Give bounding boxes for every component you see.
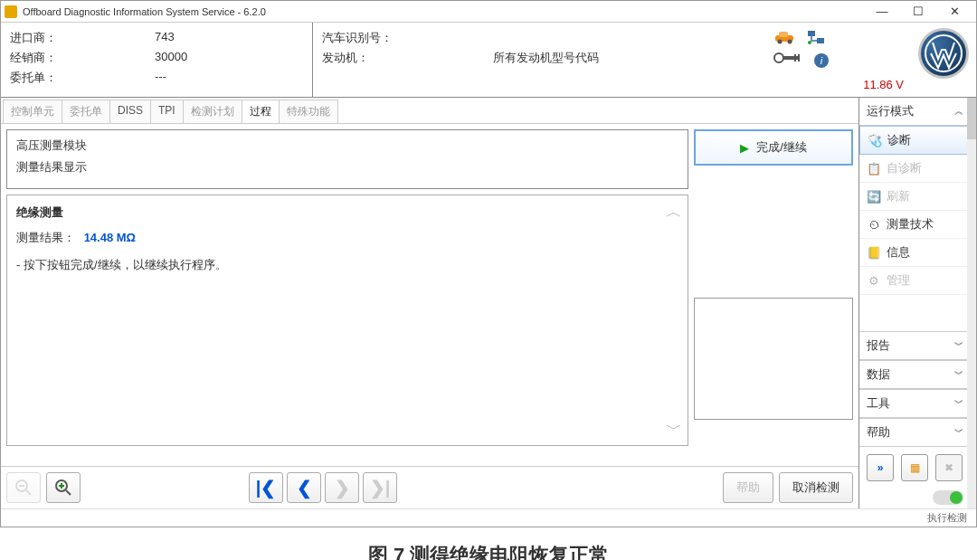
body-area: 控制单元 委托单 DISS TPI 检测计划 过程 特殊功能 高压测量模块 测量… bbox=[1, 98, 976, 508]
measurement-heading: 绝缘测量 bbox=[16, 204, 678, 221]
sidebar: 运行模式 ︽ 🩺 诊断 📋 自诊断 🔄 刷新 ⏲ 测量技术 📒 信息 bbox=[858, 98, 976, 508]
svg-point-3 bbox=[788, 40, 792, 44]
sidebar-report-label: 报告 bbox=[867, 337, 890, 354]
svg-rect-10 bbox=[798, 54, 800, 62]
chevron-down-icon: ︾ bbox=[954, 339, 963, 352]
sidebar-spacer bbox=[859, 295, 976, 331]
app-icon bbox=[5, 5, 17, 18]
app-window: Offboard Diagnostic Information System S… bbox=[0, 0, 977, 527]
sidebar-admin-label: 管理 bbox=[887, 272, 910, 289]
engine-label: 发动机： bbox=[322, 50, 413, 66]
sidebar-mode-header[interactable]: 运行模式 ︽ bbox=[859, 98, 976, 126]
sidebar-measure-label: 测量技术 bbox=[887, 216, 934, 233]
tab-process[interactable]: 过程 bbox=[242, 100, 280, 123]
importer-label: 进口商： bbox=[10, 30, 155, 46]
nav-next-button[interactable]: ❯ bbox=[325, 472, 359, 503]
refresh-icon: 🔄 bbox=[867, 189, 881, 204]
engine-value: 所有发动机型号代码 bbox=[413, 50, 679, 66]
nav-first-button[interactable]: |❮ bbox=[249, 472, 283, 503]
finish-continue-label: 完成/继续 bbox=[756, 139, 807, 156]
chevron-down-icon: ︾ bbox=[954, 397, 963, 410]
figure-caption: 图 7 测得绝缘电阻恢复正常 bbox=[0, 527, 977, 560]
blank-panel bbox=[694, 298, 853, 420]
svg-point-2 bbox=[778, 40, 783, 44]
main-column: 控制单元 委托单 DISS TPI 检测计划 过程 特殊功能 高压测量模块 测量… bbox=[1, 98, 858, 508]
cancel-test-button[interactable]: 取消检测 bbox=[779, 472, 853, 503]
sidebar-item-flash: 🔄 刷新 bbox=[859, 183, 976, 211]
vw-logo bbox=[918, 28, 969, 79]
network-icon bbox=[803, 28, 829, 46]
sidebar-section-data[interactable]: 数据 ︾ bbox=[859, 360, 976, 389]
tab-test-plan[interactable]: 检测计划 bbox=[183, 100, 242, 123]
tab-control-unit[interactable]: 控制单元 bbox=[3, 100, 62, 123]
clipboard-icon: 📋 bbox=[867, 161, 881, 176]
sidebar-selfdiag-label: 自诊断 bbox=[887, 160, 922, 176]
tab-order[interactable]: 委托单 bbox=[62, 100, 110, 123]
panel-header: 高压测量模块 测量结果显示 bbox=[6, 129, 688, 189]
sidebar-item-measure[interactable]: ⏲ 测量技术 bbox=[859, 211, 976, 239]
sidebar-section-help[interactable]: 帮助 ︾ bbox=[859, 418, 976, 447]
vin-label: 汽车识别号： bbox=[322, 30, 413, 46]
stethoscope-icon: 🩺 bbox=[868, 133, 882, 147]
key-icon bbox=[773, 52, 803, 70]
tab-bar: 控制单元 委托单 DISS TPI 检测计划 过程 特殊功能 bbox=[1, 98, 858, 124]
scroll-down-icon[interactable]: ﹀ bbox=[666, 418, 682, 440]
zoom-out-button[interactable] bbox=[6, 472, 41, 503]
header-mid: 汽车识别号： 发动机：所有发动机型号代码 bbox=[313, 23, 688, 97]
sidebar-item-info[interactable]: 📒 信息 bbox=[859, 239, 976, 267]
action-column: ▶ 完成/继续 bbox=[694, 124, 858, 466]
svg-point-6 bbox=[808, 41, 811, 44]
content-row: 高压测量模块 测量结果显示 绝缘测量 测量结果： 14.48 MΩ - 按下按钮… bbox=[1, 124, 858, 466]
minimize-button[interactable]: — bbox=[864, 1, 900, 23]
header-right: i 11.86 V bbox=[688, 23, 976, 97]
book-icon: 📒 bbox=[867, 245, 881, 260]
sidebar-toggle-row bbox=[859, 489, 976, 508]
titlebar: Offboard Diagnostic Information System S… bbox=[1, 1, 976, 23]
importer-value: 743 bbox=[155, 30, 175, 46]
nav-group: |❮ ❮ ❯ ❯| bbox=[249, 472, 397, 503]
grid-button[interactable]: ▦ bbox=[901, 454, 928, 481]
status-text: 执行检测 bbox=[927, 511, 967, 525]
dealer-value: 30000 bbox=[155, 50, 187, 66]
footer-toolbar: |❮ ❮ ❯ ❯| 帮助 取消检测 bbox=[1, 466, 858, 508]
voltage-value: 11.86 V bbox=[863, 78, 904, 91]
tab-special[interactable]: 特殊功能 bbox=[279, 100, 338, 123]
panel-line-1: 高压测量模块 bbox=[16, 138, 678, 154]
instruction-text: - 按下按钮完成/继续，以继续执行程序。 bbox=[16, 257, 678, 273]
sidebar-section-report[interactable]: 报告 ︾ bbox=[859, 331, 976, 360]
svg-line-18 bbox=[66, 490, 71, 495]
sidebar-tools-label: 工具 bbox=[867, 395, 890, 412]
help-button[interactable]: 帮助 bbox=[723, 472, 773, 503]
maximize-button[interactable]: ☐ bbox=[900, 1, 936, 23]
svg-rect-4 bbox=[808, 31, 815, 36]
sidebar-item-diagnosis[interactable]: 🩺 诊断 bbox=[859, 126, 976, 155]
info-icon: i bbox=[809, 52, 834, 70]
finish-continue-button[interactable]: ▶ 完成/继续 bbox=[694, 129, 853, 166]
tab-tpi[interactable]: TPI bbox=[150, 100, 184, 123]
sidebar-data-label: 数据 bbox=[867, 366, 890, 383]
svg-line-15 bbox=[26, 490, 31, 495]
sidebar-mode-label: 运行模式 bbox=[867, 103, 914, 119]
sidebar-scrollbar[interactable] bbox=[967, 98, 976, 508]
sidebar-item-admin: ⚙ 管理 bbox=[859, 267, 976, 295]
nav-last-button[interactable]: ❯| bbox=[363, 472, 397, 503]
car-icon bbox=[773, 28, 798, 46]
order-label: 委托单： bbox=[10, 70, 155, 86]
svg-rect-9 bbox=[794, 54, 796, 62]
expand-button[interactable]: » bbox=[867, 454, 894, 481]
close-button[interactable]: ✕ bbox=[936, 1, 972, 23]
sidebar-section-tools[interactable]: 工具 ︾ bbox=[859, 389, 976, 418]
result-label: 测量结果： bbox=[16, 231, 75, 244]
svg-point-7 bbox=[774, 53, 783, 62]
chevron-down-icon: ︾ bbox=[954, 426, 963, 439]
footer-right: 帮助 取消检测 bbox=[723, 472, 853, 503]
sidebar-diag-label: 诊断 bbox=[887, 132, 911, 148]
gauge-icon: ⏲ bbox=[867, 217, 881, 232]
tab-diss[interactable]: DISS bbox=[109, 100, 151, 123]
svg-rect-1 bbox=[779, 32, 788, 37]
nav-prev-button[interactable]: ❮ bbox=[287, 472, 321, 503]
result-line: 测量结果： 14.48 MΩ bbox=[16, 230, 678, 246]
scroll-up-icon[interactable]: ︿ bbox=[666, 201, 682, 223]
zoom-in-button[interactable] bbox=[46, 472, 81, 503]
status-toggle[interactable] bbox=[933, 490, 963, 505]
